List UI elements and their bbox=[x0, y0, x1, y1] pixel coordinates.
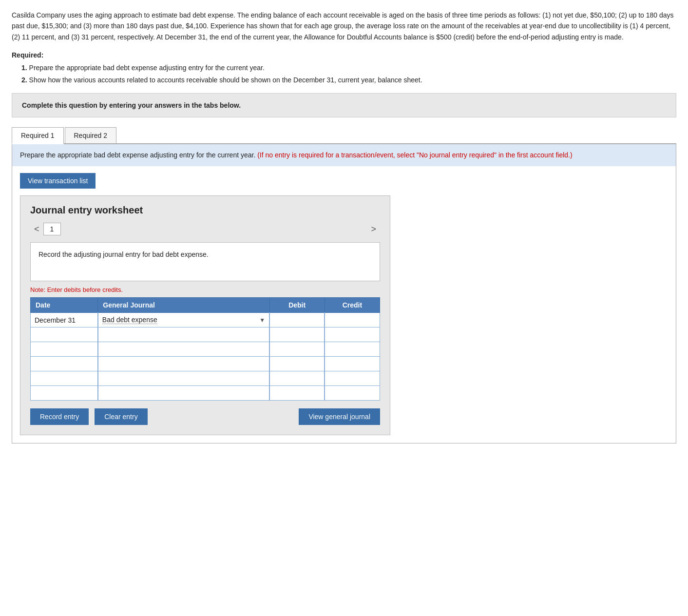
button-row: Record entry Clear entry View general jo… bbox=[30, 408, 380, 425]
nav-right-arrow[interactable]: > bbox=[367, 224, 380, 234]
required-label: Required: bbox=[12, 51, 43, 59]
tabs-container: Required 1 Required 2 Prepare the approp… bbox=[12, 127, 676, 443]
journal-cell[interactable] bbox=[98, 342, 269, 357]
tab-instruction-red: (If no entry is required for a transacti… bbox=[257, 151, 572, 159]
col-header-journal: General Journal bbox=[98, 298, 269, 313]
table-row bbox=[31, 386, 380, 401]
journal-cell[interactable]: Bad debt expense▼ bbox=[98, 313, 269, 327]
debit-cell[interactable] bbox=[269, 342, 325, 357]
journal-cell[interactable] bbox=[98, 371, 269, 386]
credit-cell[interactable] bbox=[325, 386, 380, 401]
date-cell[interactable] bbox=[31, 371, 98, 386]
instruction-box: Complete this question by entering your … bbox=[12, 93, 676, 117]
required-list: 1. Prepare the appropriate bad debt expe… bbox=[12, 63, 676, 85]
journal-cell[interactable] bbox=[98, 357, 269, 371]
debit-cell[interactable] bbox=[269, 371, 325, 386]
tab-required-2[interactable]: Required 2 bbox=[65, 127, 117, 143]
worksheet-container: Journal entry worksheet < 1 > Record the… bbox=[20, 195, 390, 435]
date-cell[interactable] bbox=[31, 357, 98, 371]
credit-cell[interactable] bbox=[325, 357, 380, 371]
view-general-journal-button[interactable]: View general journal bbox=[299, 408, 380, 425]
date-cell[interactable]: December 31 bbox=[31, 313, 98, 327]
nav-row: < 1 > bbox=[30, 223, 380, 235]
credit-cell[interactable] bbox=[325, 371, 380, 386]
required-item-2: 2. Show how the various accounts related… bbox=[21, 75, 676, 85]
intro-text: Casilda Company uses the aging approach … bbox=[12, 10, 676, 42]
date-cell[interactable] bbox=[31, 386, 98, 401]
table-row bbox=[31, 327, 380, 342]
view-transaction-button[interactable]: View transaction list bbox=[20, 173, 96, 189]
credit-cell[interactable] bbox=[325, 327, 380, 342]
table-row bbox=[31, 371, 380, 386]
worksheet-title: Journal entry worksheet bbox=[30, 205, 380, 216]
tab-content: Prepare the appropriate bad debt expense… bbox=[12, 144, 676, 443]
dropdown-arrow-icon[interactable]: ▼ bbox=[257, 317, 265, 324]
col-header-date: Date bbox=[31, 298, 98, 313]
credit-cell[interactable] bbox=[325, 342, 380, 357]
journal-table: Date General Journal Debit Credit Decemb… bbox=[30, 297, 380, 401]
required-section: Required: 1. Prepare the appropriate bad… bbox=[12, 51, 676, 85]
tab-instruction-main: Prepare the appropriate bad debt expense… bbox=[20, 151, 255, 159]
clear-entry-button[interactable]: Clear entry bbox=[95, 408, 147, 425]
debit-cell[interactable] bbox=[269, 327, 325, 342]
journal-cell[interactable] bbox=[98, 386, 269, 401]
debit-cell[interactable] bbox=[269, 313, 325, 327]
tab-required-1[interactable]: Required 1 bbox=[12, 127, 64, 144]
record-entry-button[interactable]: Record entry bbox=[30, 408, 89, 425]
journal-cell[interactable] bbox=[98, 327, 269, 342]
date-cell[interactable] bbox=[31, 327, 98, 342]
tabs: Required 1 Required 2 bbox=[12, 127, 676, 144]
debit-cell[interactable] bbox=[269, 386, 325, 401]
nav-left-arrow[interactable]: < bbox=[30, 224, 43, 234]
col-header-debit: Debit bbox=[269, 298, 325, 313]
table-row bbox=[31, 342, 380, 357]
table-row: December 31Bad debt expense▼ bbox=[31, 313, 380, 327]
credit-cell[interactable] bbox=[325, 313, 380, 327]
debit-cell[interactable] bbox=[269, 357, 325, 371]
col-header-credit: Credit bbox=[325, 298, 380, 313]
required-item-1: 1. Prepare the appropriate bad debt expe… bbox=[21, 63, 676, 73]
page-number: 1 bbox=[43, 223, 61, 235]
table-row bbox=[31, 357, 380, 371]
journal-description: Record the adjusting journal entry for b… bbox=[30, 242, 380, 281]
tab-instruction: Prepare the appropriate bad debt expense… bbox=[12, 144, 676, 166]
note-text: Note: Enter debits before credits. bbox=[30, 286, 380, 293]
date-cell[interactable] bbox=[31, 342, 98, 357]
